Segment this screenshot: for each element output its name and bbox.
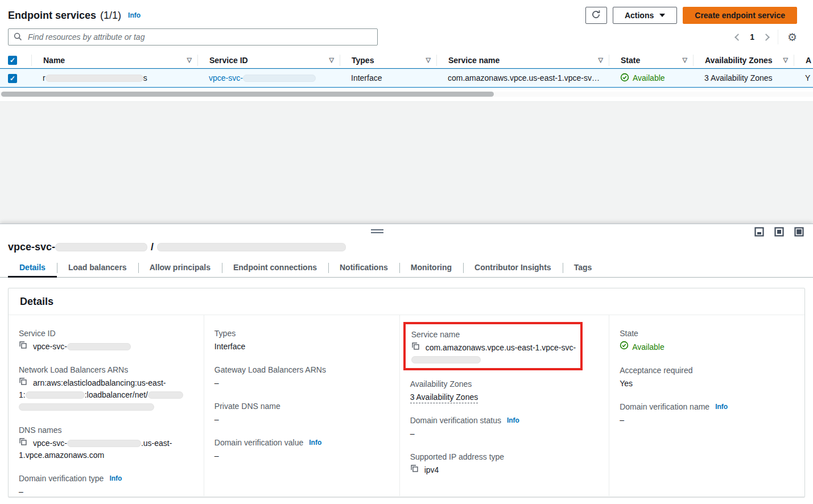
- field-private-dns-name: Private DNS name –: [214, 400, 388, 425]
- tab-endpoint-connections[interactable]: Endpoint connections: [222, 260, 328, 277]
- column-header-acceptance[interactable]: A: [794, 55, 813, 66]
- tab-monitoring[interactable]: Monitoring: [399, 260, 463, 277]
- field-service-id: Service ID vpce-svc-: [19, 328, 192, 353]
- current-page[interactable]: 1: [750, 32, 754, 42]
- row-az-cell: 3 Availability Zones: [693, 73, 794, 82]
- search-input[interactable]: [8, 28, 378, 46]
- tab-bar: Details Load balancers Allow principals …: [0, 260, 813, 278]
- column-header-availability-zones[interactable]: Availability Zones ▽: [693, 55, 794, 66]
- tab-details[interactable]: Details: [8, 260, 57, 278]
- field-value: –: [410, 428, 598, 440]
- filter-icon[interactable]: ▽: [683, 56, 687, 64]
- filter-icon[interactable]: ▽: [426, 56, 431, 64]
- field-label: Supported IP address type: [410, 451, 598, 462]
- copy-icon[interactable]: [19, 437, 27, 449]
- horizontal-scrollbar: [0, 92, 813, 97]
- service-name-value: com.amazonaws.vpce.us-east-1.vpce-svc-: [426, 342, 576, 354]
- service-id-link[interactable]: vpce-svc-: [209, 73, 316, 82]
- service-name-highlight-box: Service name com.amazonaws.vpce.us-east-…: [403, 322, 583, 370]
- field-label: Availability Zones: [410, 378, 598, 390]
- availability-zones-popover[interactable]: 3 Availability Zones: [704, 73, 773, 82]
- copy-icon[interactable]: [19, 341, 27, 353]
- panel-size-controls: [754, 227, 804, 238]
- endpoint-services-panel: Endpoint services (1/1) Info Actions Cre…: [0, 0, 813, 101]
- redacted-account: [26, 391, 85, 399]
- tab-notifications[interactable]: Notifications: [328, 260, 399, 277]
- refresh-button[interactable]: [585, 7, 607, 24]
- field-label: Gateway Load Balancers ARNs: [214, 364, 388, 375]
- panel-size-large-icon[interactable]: [794, 227, 804, 238]
- chevron-down-icon: [659, 14, 665, 17]
- column-label: Availability Zones: [705, 56, 773, 65]
- tab-tags[interactable]: Tags: [563, 260, 604, 277]
- info-link[interactable]: Info: [309, 437, 321, 448]
- column-header-types[interactable]: Types ▽: [340, 55, 436, 66]
- details-card: Details Service ID vpce-svc- Network Loa…: [8, 288, 805, 497]
- column-header-state[interactable]: State ▽: [609, 55, 693, 66]
- panel-size-small-icon[interactable]: [754, 227, 764, 238]
- availability-zones-popover[interactable]: 3 Availability Zones: [410, 393, 478, 403]
- row-checkbox[interactable]: ✓: [8, 74, 17, 83]
- header-actions: Actions Create endpoint service: [585, 7, 797, 24]
- column-label: Types: [352, 56, 374, 65]
- select-all-cell: ✓: [0, 55, 31, 66]
- tab-allow-principals[interactable]: Allow principals: [138, 260, 222, 277]
- filter-icon[interactable]: ▽: [329, 56, 334, 64]
- panel-title: vpce-svc-/: [0, 224, 813, 253]
- redacted-service-id: [243, 75, 316, 82]
- field-domain-verification-name: Domain verification name Info –: [620, 401, 793, 426]
- field-label: Acceptance required: [620, 365, 793, 376]
- dns-prefix: vpce-svc-: [33, 437, 67, 449]
- arn-line3: [19, 401, 192, 413]
- arn-line2: 1::loadbalancer/net/: [19, 389, 192, 401]
- filter-icon[interactable]: ▽: [187, 56, 192, 64]
- column-header-name[interactable]: Name ▽: [31, 55, 197, 66]
- actions-button-label: Actions: [625, 11, 654, 20]
- copy-icon[interactable]: [410, 464, 419, 476]
- select-all-checkbox[interactable]: ✓: [8, 56, 17, 65]
- copy-icon[interactable]: [19, 377, 27, 389]
- row-select-cell: ✓: [0, 73, 31, 83]
- horizontal-scrollbar-thumb[interactable]: [1, 92, 494, 97]
- field-label: Domain verification status: [410, 415, 501, 426]
- dns-mid: .us-east-: [141, 437, 172, 449]
- detail-split-panel: vpce-svc-/ Details Load balancers Allow …: [0, 224, 813, 504]
- page-info-link[interactable]: Info: [128, 11, 141, 19]
- tab-load-balancers[interactable]: Load balancers: [57, 260, 138, 277]
- next-page-icon[interactable]: [762, 34, 770, 41]
- panel-title-prefix: vpce-svc-: [8, 241, 55, 253]
- tab-contributor-insights[interactable]: Contributor Insights: [463, 260, 563, 277]
- row-service-id-cell: vpce-svc-: [197, 73, 340, 82]
- field-label: Private DNS name: [214, 400, 388, 412]
- panel-size-medium-icon[interactable]: [774, 227, 784, 238]
- field-acceptance-required: Acceptance required Yes: [620, 365, 793, 390]
- dns-line2: 1.vpce.amazonaws.com: [19, 449, 192, 461]
- actions-button[interactable]: Actions: [613, 7, 677, 24]
- previous-page-icon[interactable]: [734, 34, 742, 41]
- table-row[interactable]: ✓ rs vpce-svc- Interface com.amazonaws.v…: [0, 68, 813, 88]
- arn-line1: arn:aws:elasticloadbalancing:us-east-: [33, 377, 166, 389]
- filter-icon[interactable]: ▽: [783, 56, 788, 64]
- service-name-line2: [411, 354, 576, 366]
- field-label: State: [620, 328, 793, 339]
- filter-icon[interactable]: ▽: [599, 56, 603, 64]
- name-suffix: s: [143, 73, 147, 82]
- redacted-dns: [67, 440, 141, 447]
- copy-icon[interactable]: [411, 342, 420, 354]
- settings-gear-icon[interactable]: ⚙: [787, 32, 797, 43]
- column-header-service-name[interactable]: Service name ▽: [436, 55, 609, 66]
- field-dns-names: DNS names vpce-svc-.us-east- 1.vpce.amaz…: [19, 424, 192, 461]
- column-header-service-id[interactable]: Service ID ▽: [197, 55, 340, 66]
- arn-line2-prefix: 1:: [19, 390, 26, 399]
- page-header: Endpoint services (1/1) Info Actions Cre…: [0, 0, 813, 24]
- service-id-prefix: vpce-svc-: [209, 73, 243, 82]
- info-link[interactable]: Info: [507, 415, 519, 426]
- redacted-name: [46, 75, 143, 82]
- field-label: Service ID: [19, 328, 192, 339]
- row-state-cell: Available: [609, 73, 693, 84]
- panel-drag-handle-icon[interactable]: [371, 229, 383, 235]
- info-link[interactable]: Info: [109, 473, 122, 484]
- info-link[interactable]: Info: [715, 401, 728, 412]
- refresh-icon: [591, 10, 601, 21]
- create-endpoint-service-button[interactable]: Create endpoint service: [683, 7, 797, 24]
